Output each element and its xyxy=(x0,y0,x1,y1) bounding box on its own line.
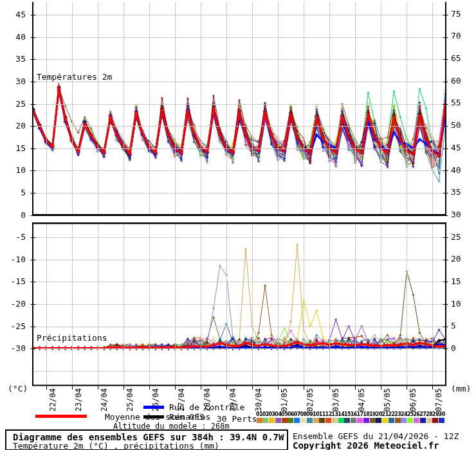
pert-number: 05 xyxy=(281,411,288,417)
pert-number: 13 xyxy=(331,411,338,417)
y-axis-label-right: 10 xyxy=(451,300,473,309)
y-axis-label-right: 30 xyxy=(451,210,473,219)
pert-swatch xyxy=(269,418,275,423)
y-axis-label-left: -5 xyxy=(4,233,26,242)
pert-number: 14 xyxy=(338,411,344,417)
left-unit-label: (°C) xyxy=(8,384,28,393)
date-label: 23/04 xyxy=(74,388,83,411)
y-axis-label-right: 55 xyxy=(451,98,473,107)
pert-number: 30 xyxy=(439,411,445,417)
precip-panel-label: Précipitations xyxy=(37,333,107,343)
footer-info-box: Diagramme des ensembles GEFS sur 384h : … xyxy=(5,429,288,450)
pert-swatch xyxy=(262,418,268,423)
y-axis-label-left: 25 xyxy=(4,100,26,109)
y-axis-label-right: 65 xyxy=(451,54,473,63)
ensemble-chart-canvas xyxy=(0,0,476,450)
pert-swatch xyxy=(344,418,350,423)
y-axis-label-left: -30 xyxy=(4,344,26,353)
pert-swatch xyxy=(376,418,381,423)
pert-number: 25 xyxy=(407,411,414,417)
pert-swatch xyxy=(325,418,331,423)
pert-number: 16 xyxy=(351,411,357,417)
pert-swatch xyxy=(313,418,319,423)
y-axis-label-left: -15 xyxy=(4,277,26,286)
pert-number: 17 xyxy=(356,411,363,417)
pert-swatch xyxy=(401,418,407,423)
pert-swatch xyxy=(307,418,313,423)
pert-swatch xyxy=(319,418,325,423)
pert-number: 28 xyxy=(426,411,432,417)
pert-swatch xyxy=(420,418,426,423)
temp-panel-label: Températures 2m xyxy=(37,72,112,82)
mean-line-swatch xyxy=(35,415,87,418)
pert-swatch xyxy=(432,418,438,423)
control-legend-label: Run de contrôle xyxy=(169,402,244,412)
pert-swatch xyxy=(414,418,419,423)
pert-swatch xyxy=(370,418,376,423)
pert-number: 04 xyxy=(275,411,281,417)
pert-number: 19 xyxy=(369,411,376,417)
pert-number: 23 xyxy=(394,411,401,417)
pert-swatch xyxy=(282,418,288,423)
date-label: 30/04 xyxy=(254,388,263,411)
date-label: 05/05 xyxy=(383,388,392,411)
pert-swatch xyxy=(275,418,281,423)
date-label: 04/05 xyxy=(357,388,366,411)
y-axis-label-right: 45 xyxy=(451,143,473,152)
date-label: 03/05 xyxy=(331,388,340,411)
pert-number: 12 xyxy=(325,411,332,417)
pert-swatch xyxy=(382,418,388,423)
y-axis-label-right: 70 xyxy=(451,32,473,40)
pert-swatch xyxy=(389,418,394,423)
pert-number: 18 xyxy=(363,411,369,417)
pert-swatch xyxy=(332,418,338,423)
pert-number: 03 xyxy=(269,411,275,417)
diagram-subtitle: Température 2m (°C) , précipitations (mm… xyxy=(13,441,219,450)
y-axis-label-right: 20 xyxy=(451,255,473,264)
pert-number: 26 xyxy=(414,411,420,417)
y-axis-label-left: 10 xyxy=(4,166,26,175)
y-axis-label-right: 40 xyxy=(451,166,473,175)
y-axis-label-right: 75 xyxy=(451,10,473,19)
right-unit-label: (mm) xyxy=(451,384,471,393)
y-axis-label-right: 15 xyxy=(451,277,473,286)
pert-swatch xyxy=(363,418,369,423)
pert-number: 06 xyxy=(288,411,294,417)
pert-number: 24 xyxy=(401,411,407,417)
pert-swatch xyxy=(357,418,363,423)
y-axis-label-right: 5 xyxy=(451,321,473,330)
y-axis-label-left: 35 xyxy=(4,55,26,64)
y-axis-label-right: 50 xyxy=(451,121,473,130)
y-axis-label-left: 0 xyxy=(4,211,26,220)
copyright: Copyright 2026 Meteociel.fr xyxy=(293,440,439,450)
gfs-line-swatch xyxy=(143,415,164,419)
y-axis-label-left: 30 xyxy=(4,77,26,86)
pert-number: 15 xyxy=(344,411,351,417)
pert-number: 09 xyxy=(306,411,313,417)
y-axis-label-left: 40 xyxy=(4,33,26,42)
ensemble-meteogram: Températures 2m Précipitations 454035302… xyxy=(0,0,476,450)
pert-number: 20 xyxy=(376,411,382,417)
date-label: 07/05 xyxy=(434,388,443,411)
date-label: 06/05 xyxy=(408,388,417,411)
y-axis-label-left: -20 xyxy=(4,300,26,309)
date-label: 02/05 xyxy=(306,388,315,411)
y-axis-label-left: -25 xyxy=(4,322,26,331)
y-axis-label-left: 15 xyxy=(4,144,26,153)
pert-swatch xyxy=(407,418,413,423)
pert-swatch xyxy=(426,418,432,423)
y-axis-label-right: 0 xyxy=(451,344,473,353)
pert-number: 29 xyxy=(432,411,439,417)
pert-number: 22 xyxy=(388,411,394,417)
pert-number: 10 xyxy=(313,411,319,417)
y-axis-label-right: 60 xyxy=(451,76,473,86)
pert-number: 01 xyxy=(256,411,262,417)
run-info: Ensemble GEFS du 21/04/2026 - 12Z xyxy=(293,431,459,441)
y-axis-label-right: 35 xyxy=(451,188,473,197)
pert-number: 02 xyxy=(262,411,269,417)
pert-swatch xyxy=(300,418,306,423)
pert-swatch xyxy=(294,418,300,423)
y-axis-label-left: 45 xyxy=(4,10,26,19)
pert-swatch xyxy=(338,418,344,423)
pert-number: 07 xyxy=(294,411,300,417)
